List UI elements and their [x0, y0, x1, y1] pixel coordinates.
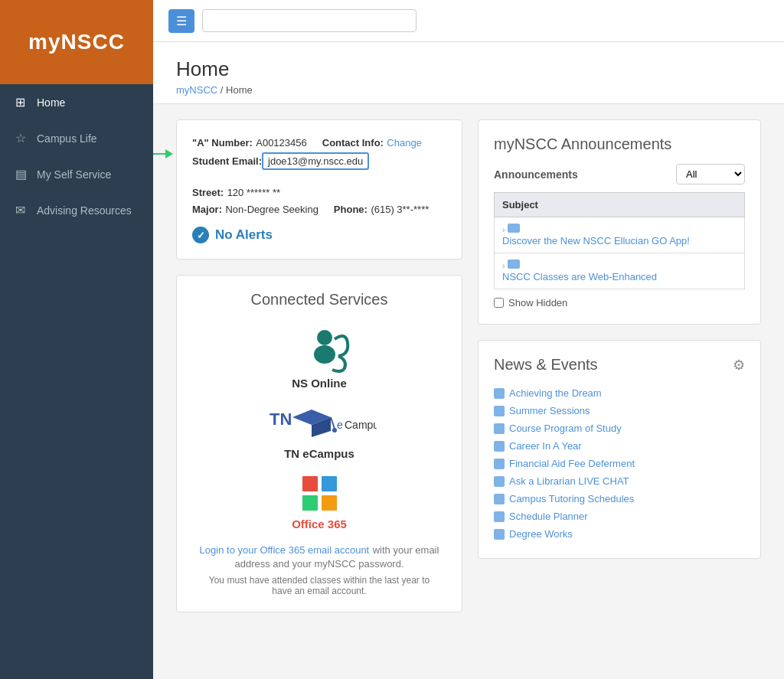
tn-ecampus-logo: TN e Campus: [270, 402, 369, 444]
logo-area: myNSCC: [0, 0, 153, 84]
breadcrumb: myNSCC / Home: [176, 84, 761, 96]
announcements-table: Subject › Discover the New NSCC Ellucian…: [494, 192, 745, 289]
breadcrumb-separator: /: [220, 84, 226, 96]
contact-info: Contact Info: Change: [322, 135, 422, 149]
show-hidden-checkbox[interactable]: [494, 298, 504, 308]
news-item: Course Program of Study: [494, 419, 745, 437]
no-alerts-text: No Alerts: [215, 227, 273, 243]
ns-online-logo: [292, 324, 346, 374]
sidebar-item-advising-label: Advising Resources: [37, 204, 132, 217]
connected-services-title: Connected Services: [192, 291, 446, 308]
announcement-link[interactable]: NSCC Classes are Web-Enhanced: [502, 271, 737, 282]
change-contact-link[interactable]: Change: [387, 137, 422, 149]
announcements-filter[interactable]: All Students Faculty Staff: [676, 164, 745, 184]
announcement-link[interactable]: Discover the New NSCC Ellucian GO App!: [502, 235, 737, 246]
sidebar-item-campus-life[interactable]: ☆ Campus Life: [0, 120, 153, 156]
svg-point-1: [314, 345, 335, 364]
news-link[interactable]: Summer Sessions: [509, 405, 590, 416]
news-link[interactable]: Financial Aid Fee Deferment: [509, 458, 635, 469]
topbar: ☰: [153, 0, 784, 42]
news-list: Achieving the DreamSummer SessionsCourse…: [494, 384, 745, 543]
arrow-annotation: [153, 149, 173, 158]
news-link[interactable]: Career In A Year: [509, 440, 582, 452]
sidebar-item-self-service-label: My Self Service: [37, 168, 111, 181]
news-link[interactable]: Campus Tutoring Schedules: [509, 493, 634, 504]
news-item: Summer Sessions: [494, 402, 745, 419]
news-item: Achieving the Dream: [494, 384, 745, 402]
news-bullet-icon: [494, 476, 505, 487]
major-row: Major: Non-Degree Seeking Phone: (615) 3…: [192, 202, 446, 216]
svg-line-4: [331, 417, 335, 429]
app-logo: myNSCC: [28, 30, 125, 54]
a-number-info: "A" Number: A00123456: [192, 135, 307, 149]
user-info-card: "A" Number: A00123456 Contact Info: Chan…: [176, 119, 462, 260]
breadcrumb-root[interactable]: myNSCC: [176, 84, 217, 96]
sidebar-item-home[interactable]: ⊞ Home: [0, 84, 153, 120]
announcement-row[interactable]: › NSCC Classes are Web-Enhanced: [495, 253, 745, 289]
check-circle-icon: ✓: [192, 227, 209, 243]
tn-ecampus-service[interactable]: TN e Campus TN eCampus: [192, 402, 446, 460]
news-link[interactable]: Course Program of Study: [509, 423, 622, 434]
search-input[interactable]: [202, 9, 416, 32]
menu-button[interactable]: ☰: [168, 9, 194, 33]
student-email-info: Student Email:jdoe13@my.nscc.edu: [192, 152, 369, 170]
news-bullet-icon: [494, 459, 505, 469]
office365-label: Office 365: [292, 517, 347, 530]
office365-service[interactable]: Office 365: [192, 472, 446, 530]
news-bullet-icon: [494, 388, 505, 399]
news-link[interactable]: Degree Works: [509, 528, 573, 540]
news-bullet-icon: [494, 494, 505, 504]
gear-icon[interactable]: ⚙: [733, 357, 745, 374]
student-email-box: jdoe13@my.nscc.edu: [262, 152, 369, 170]
announcements-label: Announcements: [494, 168, 578, 181]
svg-rect-9: [302, 476, 318, 491]
news-events-title: News & Events: [494, 356, 598, 374]
left-column: "A" Number: A00123456 Contact Info: Chan…: [176, 119, 462, 664]
announcement-row[interactable]: › Discover the New NSCC Ellucian GO App!: [495, 217, 745, 253]
main-content: ☰ Home myNSCC / Home "A" Number:: [153, 0, 784, 679]
announcements-body: › Discover the New NSCC Ellucian GO App!…: [495, 217, 745, 289]
a-number-row: "A" Number: A00123456 Contact Info: Chan…: [192, 135, 446, 149]
news-item: Schedule Planner: [494, 508, 745, 525]
svg-text:Campus: Campus: [345, 419, 377, 431]
news-item: Degree Works: [494, 525, 745, 543]
announcements-card: myNSCC Announcements Announcements All S…: [478, 119, 761, 325]
office365-attend-desc: You must have attended classes within th…: [204, 575, 434, 596]
subject-header: Subject: [495, 193, 745, 217]
email-icon: [508, 260, 520, 269]
news-link[interactable]: Ask a Librarian LIVE CHAT: [509, 475, 629, 487]
sidebar-item-advising[interactable]: ✉ Advising Resources: [0, 192, 153, 228]
news-events-card: News & Events ⚙ Achieving the DreamSumme…: [478, 340, 761, 559]
news-link[interactable]: Schedule Planner: [509, 511, 588, 522]
sidebar: myNSCC ⊞ Home ☆ Campus Life ▤ My Self Se…: [0, 0, 153, 679]
announcements-title: myNSCC Announcements: [494, 135, 745, 153]
breadcrumb-current: Home: [226, 84, 253, 96]
news-bullet-icon: [494, 441, 505, 452]
ns-online-label: NS Online: [292, 377, 347, 390]
tn-ecampus-label: TN eCampus: [284, 447, 354, 460]
page-title: Home: [176, 57, 761, 81]
news-bullet-icon: [494, 511, 505, 522]
office365-logo: [299, 472, 341, 514]
news-item: Career In A Year: [494, 437, 745, 455]
svg-text:TN: TN: [270, 410, 292, 429]
show-hidden-row: Show Hidden: [494, 297, 745, 308]
star-icon: ☆: [15, 131, 29, 145]
sidebar-item-self-service[interactable]: ▤ My Self Service: [0, 156, 153, 192]
svg-text:e: e: [337, 419, 343, 431]
phone-info: Phone: (615) 3**-****: [334, 202, 429, 216]
svg-rect-10: [322, 476, 337, 491]
ns-online-service[interactable]: NS Online: [192, 324, 446, 390]
office365-login-link[interactable]: Login to your Office 365 email account: [200, 544, 370, 556]
news-bullet-icon: [494, 529, 505, 540]
news-link[interactable]: Achieving the Dream: [509, 387, 602, 399]
svg-rect-12: [322, 495, 337, 511]
page-header: Home myNSCC / Home: [153, 42, 784, 104]
email-icon: [508, 224, 520, 233]
news-item: Ask a Librarian LIVE CHAT: [494, 472, 745, 490]
chevron-icon: ›: [502, 261, 505, 270]
no-alerts: ✓ No Alerts: [192, 227, 446, 243]
arrow-head: [165, 149, 173, 158]
envelope-icon: ✉: [15, 203, 29, 217]
news-item: Financial Aid Fee Deferment: [494, 455, 745, 472]
